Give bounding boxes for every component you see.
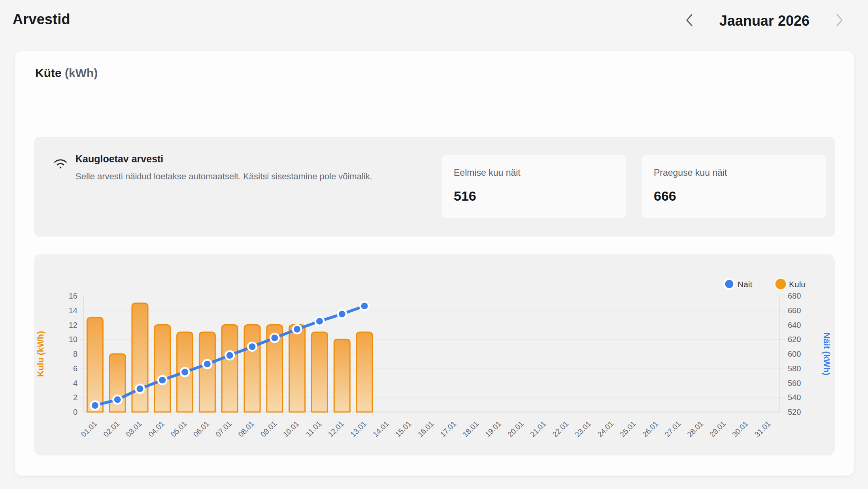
svg-text:04.01: 04.01 [147,419,166,438]
svg-text:08.01: 08.01 [236,419,255,438]
svg-text:14.01: 14.01 [371,419,390,438]
month-label: Jaanuar 2026 [719,13,810,29]
month-nav: Jaanuar 2026 [683,12,846,30]
svg-text:01.01: 01.01 [79,419,98,438]
kute-consumption-chart[interactable]: 0246810121416520540560580600620640660680… [34,254,835,455]
stat-box-previous-month: Eelmise kuu näit 516 [442,154,626,218]
svg-text:660: 660 [788,306,801,315]
svg-text:16: 16 [69,292,77,300]
svg-text:12.01: 12.01 [326,419,345,438]
svg-text:19.01: 19.01 [483,419,502,438]
svg-text:05.01: 05.01 [169,419,188,438]
svg-text:03.01: 03.01 [124,419,143,438]
chart-section: 0246810121416520540560580600620640660680… [34,254,835,455]
svg-text:10: 10 [69,335,77,344]
chevron-left-icon [685,13,693,28]
svg-text:16.01: 16.01 [416,419,435,438]
svg-text:580: 580 [788,364,801,373]
svg-text:31.01: 31.01 [753,419,772,438]
meter-info-description: Selle arvesti näidud loetakse automaatse… [75,171,372,182]
svg-text:17.01: 17.01 [439,419,458,438]
svg-text:02.01: 02.01 [102,419,121,438]
stat-value: 666 [654,188,814,204]
svg-text:15.01: 15.01 [394,419,413,438]
stat-label: Eelmise kuu näit [454,167,614,178]
svg-text:13.01: 13.01 [349,419,368,438]
svg-text:640: 640 [788,321,801,329]
card-title: Küte (kWh) [35,66,98,80]
chevron-right-icon [836,13,844,28]
stat-label: Praeguse kuu näit [654,167,814,178]
svg-text:Näit: Näit [738,280,753,289]
svg-text:680: 680 [788,292,801,300]
page-title: Arvestid [13,11,70,28]
svg-text:22.01: 22.01 [551,419,570,438]
svg-text:30.01: 30.01 [730,419,749,438]
svg-text:12: 12 [69,321,77,329]
stat-box-current-month: Praeguse kuu näit 666 [642,154,826,218]
svg-text:23.01: 23.01 [574,419,593,438]
svg-text:Näit (kWh): Näit (kWh) [822,333,832,376]
svg-text:540: 540 [788,393,801,402]
svg-text:10.01: 10.01 [281,419,300,438]
svg-text:21.01: 21.01 [528,419,547,438]
svg-text:620: 620 [788,335,801,344]
svg-text:8: 8 [73,350,77,358]
svg-text:24.01: 24.01 [596,419,615,438]
svg-text:06.01: 06.01 [192,419,211,438]
svg-text:25.01: 25.01 [618,419,637,438]
svg-text:0: 0 [73,408,77,416]
meter-info-title: Kaugloetav arvesti [75,153,163,165]
svg-text:4: 4 [73,379,77,387]
svg-text:6: 6 [73,364,77,373]
svg-text:29.01: 29.01 [708,419,727,438]
svg-text:Kulu (kWh): Kulu (kWh) [36,331,45,377]
svg-text:2: 2 [73,393,77,402]
svg-text:26.01: 26.01 [641,419,660,438]
svg-text:11.01: 11.01 [304,419,323,438]
svg-text:20.01: 20.01 [506,419,525,438]
svg-text:600: 600 [788,350,801,358]
next-month-button[interactable] [834,12,846,30]
card-title-unit: (kWh) [65,66,98,79]
meter-info-panel: Kaugloetav arvesti Selle arvesti näidud … [34,137,835,237]
meter-card: Küte (kWh) Kaugloetav arvesti Selle arve… [15,50,854,476]
svg-text:14: 14 [69,306,77,315]
svg-text:Kulu: Kulu [789,280,806,289]
svg-text:28.01: 28.01 [686,419,705,438]
svg-text:560: 560 [788,379,801,387]
svg-text:18.01: 18.01 [461,419,480,438]
svg-text:09.01: 09.01 [259,419,278,438]
svg-text:27.01: 27.01 [663,419,682,438]
card-title-text: Küte [35,66,62,79]
stat-value: 516 [454,188,614,204]
prev-month-button[interactable] [683,12,695,30]
svg-text:07.01: 07.01 [214,419,233,438]
wifi-icon [52,155,69,173]
svg-text:520: 520 [788,408,801,416]
